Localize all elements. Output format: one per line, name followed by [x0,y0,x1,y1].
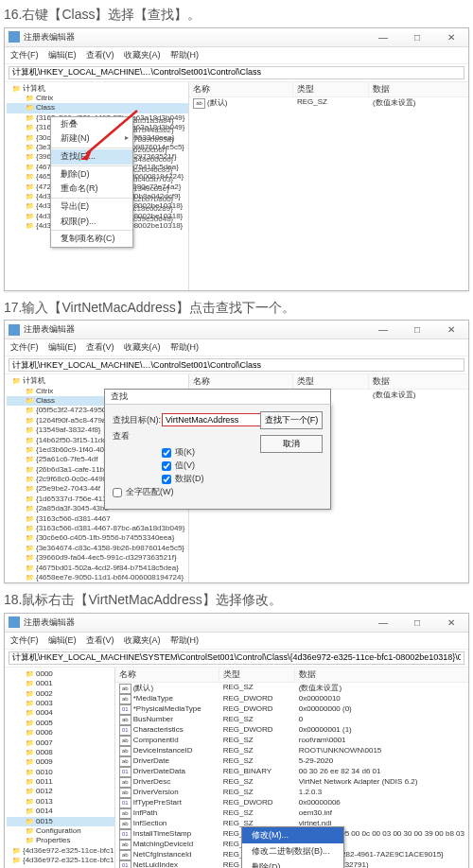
tree-item[interactable]: 0006 [7,728,114,738]
context-menu-item[interactable]: 折叠 [51,117,132,132]
menu-file[interactable]: 文件(F) [10,341,39,354]
menubar[interactable]: 文件(F) 编辑(E) 查看(V) 收藏夹(A) 帮助(H) [5,339,468,356]
value-row[interactable]: DriverDateREG_SZ5-29-2020 [115,756,468,767]
value-row[interactable]: ComponentIdREG_SZroot\ram\0001 [115,736,468,746]
context-menu-item[interactable]: 重命名(R) [51,182,132,197]
value-name[interactable]: DriverVersion [115,788,219,798]
value-name[interactable]: NetCfgInstanceId [115,850,219,860]
tree-item[interactable]: 0008 [7,748,114,757]
default-name[interactable]: (默认) [189,97,293,109]
cb-val[interactable] [162,461,171,471]
tree-item[interactable]: {4675bd01-502a-4cd2-9f84-b75418c5dea} [7,564,188,573]
context-menu[interactable]: 修改(M)...修改二进制数据(B)...删除(D)重命名(R) [241,826,344,868]
menu-view[interactable]: 查看(V) [86,341,114,354]
max-button[interactable]: □ [404,30,430,43]
col-data[interactable]: 数据 [295,668,468,682]
value-name[interactable]: DeviceInstanceID [115,746,219,756]
close-button[interactable]: ✕ [438,323,464,337]
min-button[interactable]: — [370,323,396,337]
tree-item[interactable]: {30c6e60-c405-1fb-9556-b74553340eea} [7,533,188,543]
tree-item[interactable]: Properties [7,836,114,845]
value-name[interactable]: DriverDateData [115,767,219,777]
menu-file[interactable]: 文件(F) [10,49,39,61]
min-button[interactable]: — [370,616,396,629]
context-menu-item[interactable]: 新建(N) [51,131,132,147]
menu-edit[interactable]: 编辑(E) [48,634,77,647]
context-menu-item[interactable]: 修改二进制数据(B)... [242,843,343,859]
menu-fav[interactable]: 收藏夹(A) [124,49,161,61]
context-menu-item[interactable]: 复制项名称(C) [51,232,132,247]
context-menu[interactable]: 折叠新建(N)查找(F)...删除(D)重命名(R)导出(E)权限(P)...复… [50,116,133,249]
address-bar[interactable] [9,651,464,665]
close-button[interactable]: ✕ [438,616,464,629]
tree-item[interactable]: 0011 [7,777,114,787]
context-menu-item[interactable]: 删除(D) [242,859,343,868]
value-name[interactable]: DriverDesc [115,777,219,788]
close-button[interactable]: ✕ [438,30,464,43]
max-button[interactable]: □ [404,616,430,629]
menu-edit[interactable]: 编辑(E) [48,49,77,61]
value-row[interactable]: (默认)REG_SZ(数值未设置) [115,683,468,694]
context-menu-item[interactable]: 修改(M)... [242,827,343,843]
tree-item[interactable]: Class [7,103,188,113]
tree-item[interactable]: Configuration [7,826,114,836]
tree-item[interactable]: {3e364674-c83c-4358-9b26-b9876014e5c5} [7,544,188,553]
find-cancel-button[interactable]: 取消 [260,435,323,453]
value-name[interactable]: DriverDate [115,756,219,767]
context-menu-item[interactable]: 查找(F)... [51,149,132,165]
min-button[interactable]: — [370,30,396,43]
value-name[interactable]: InfPath [115,808,219,819]
menu-help[interactable]: 帮助(H) [170,634,200,647]
tree-pane[interactable]: 0000000100020003000400050006000700080009… [5,668,115,868]
tree-item[interactable]: 0013 [7,797,114,807]
tree-item[interactable]: 0012 [7,787,114,796]
col-type[interactable]: 类型 [219,668,295,682]
value-row[interactable]: CharacteristicsREG_DWORD0x00000001 (1) [115,725,468,736]
value-row[interactable]: DriverDateDataREG_BINARY00 30 26 ee 82 3… [115,767,468,777]
tree-item[interactable]: 计算机 [7,84,188,94]
col-data[interactable]: 数据 [369,82,468,96]
value-name[interactable]: (默认) [115,683,219,694]
context-menu-item[interactable]: 导出(E) [51,200,132,215]
tree-item[interactable]: {39660d9-fa04-4ec5-991c-d3297363521f} [7,553,188,563]
value-name[interactable]: IfTypePreStart [115,798,219,808]
value-name[interactable]: *MediaType [115,694,219,704]
menubar[interactable]: 文件(F) 编辑(E) 查看(V) 收藏夹(A) 帮助(H) [5,633,468,650]
menu-fav[interactable]: 收藏夹(A) [124,634,161,647]
value-row[interactable]: DeviceInstanceIDREG_SZROOT\UNKNOWN\0015 [115,746,468,756]
address-bar[interactable] [9,358,464,372]
tree-item[interactable]: 0007 [7,738,114,748]
tree-item[interactable]: {4d36e972-e325-11ce-bfc1-08002be10318} [7,856,114,865]
tree-item[interactable]: {3163c566-d381-4467 [7,514,188,524]
value-row[interactable]: *PhysicalMediaTypeREG_DWORD0x00000000 (0… [115,704,468,715]
value-name[interactable]: *PhysicalMediaType [115,704,219,715]
col-name[interactable]: 名称 [189,82,293,96]
value-name[interactable]: BusNumber [115,715,219,725]
menubar[interactable]: 文件(F) 编辑(E) 查看(V) 收藏夹(A) 帮助(H) [5,47,468,64]
cb-whole[interactable] [113,488,122,497]
col-type[interactable]: 类型 [293,82,369,96]
tree-item[interactable]: 0015 [7,817,114,826]
tree-item[interactable]: Citrix [7,94,188,103]
col-data[interactable]: 数据 [369,374,468,389]
tree-item[interactable]: 0001 [7,679,114,688]
value-name[interactable]: InstallTimeStamp [115,829,219,840]
value-row[interactable]: DriverVersionREG_SZ1.2.0.3 [115,788,468,798]
tree-item[interactable]: {3163c566-d381-4467-87bc-a63a18d3b049} [7,524,188,533]
value-row[interactable]: *MediaTypeREG_DWORD0x00000010 [115,694,468,704]
menu-file[interactable]: 文件(F) [10,634,39,647]
tree-item[interactable]: 0000 [7,669,114,679]
tree-item[interactable]: 0002 [7,689,114,699]
value-row[interactable]: BusNumberREG_SZ0 [115,715,468,725]
menu-help[interactable]: 帮助(H) [170,49,200,61]
col-name[interactable]: 名称 [189,374,293,389]
tree-item[interactable]: {4d36e972-e325-11ce-bfc1-08002be10318} [7,846,114,856]
col-name[interactable]: 名称 [115,668,219,682]
value-name[interactable]: NetLuidIndex [115,860,219,868]
menu-help[interactable]: 帮助(H) [170,341,200,354]
max-button[interactable]: □ [404,323,430,337]
col-type[interactable]: 类型 [293,374,369,389]
tree-item[interactable]: 0004 [7,708,114,718]
value-row[interactable]: DriverDescREG_SZVirtNet Network Adapter … [115,777,468,788]
value-name[interactable]: Characteristics [115,725,219,736]
